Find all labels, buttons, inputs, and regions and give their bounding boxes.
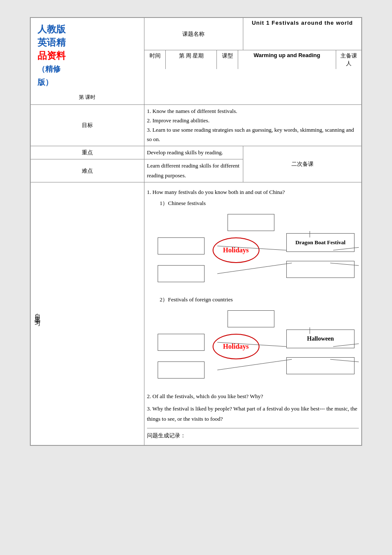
wenti-record: 问题生成记录：	[147, 428, 359, 443]
dragon-boat-box: Dragon Boat Festival	[286, 233, 355, 252]
zhong-dian-label: 重点	[31, 146, 144, 159]
box-left-2	[158, 334, 205, 351]
logo-line1: 人教版	[37, 24, 66, 35]
box-bottom-left-1	[158, 265, 205, 282]
q1-sub: 1）Chinese festivals	[160, 199, 359, 208]
q1-text: 1. How many festivals do you know both i…	[147, 188, 359, 197]
lesson-title: Unit 1 Festivals around the world	[243, 18, 362, 50]
holidays-oval-2: Holidays	[213, 334, 259, 359]
page-container: 人教版 英语精 品资料 （精修 版） 第 课时 课题名称 Unit 1 Fest…	[30, 17, 362, 446]
halloween-box: Halloween	[286, 330, 355, 348]
svg-line-8	[217, 359, 292, 370]
box-bottom-right-1	[286, 261, 355, 278]
nan-dian-label: 难点	[31, 159, 144, 182]
holidays-oval-1: Holidays	[213, 237, 259, 263]
ke-xing-value: Warming up and Reading	[238, 50, 336, 69]
foreign-festivals-diagram: Holidays Halloween	[147, 306, 359, 387]
logo-block: 人教版 英语精 品资料 （精修 版）	[33, 20, 141, 92]
box-top-center-2	[228, 310, 274, 327]
ke-shi-label: 第 课时	[33, 92, 141, 103]
logo-line2: 英语精	[37, 37, 66, 48]
logo-line3: 品资料	[37, 50, 66, 61]
nan-dian-content: Learn different reading skills for diffe…	[144, 159, 243, 182]
chinese-festivals-diagram: Holidays Dragon Boat Festival	[147, 210, 359, 291]
box-top-center-1	[228, 214, 274, 231]
zhong-dian-content: Develop reading skills by reading.	[144, 146, 243, 159]
ke-ti-label: 课题名称	[144, 18, 243, 50]
svg-line-3	[217, 263, 292, 274]
question-3: 3. Why the festival is liked by people? …	[147, 404, 359, 424]
box-bottom-right-2	[286, 357, 355, 374]
time-label: 时间	[144, 50, 166, 69]
er-ci-bei-ke: 二次备课	[243, 146, 362, 182]
zi-zhu-content: 1. How many festivals do you know both i…	[144, 182, 361, 445]
mu-biao-label: 目标	[31, 104, 144, 146]
zi-zhu-label: 自主学习	[32, 306, 43, 321]
box-left-1	[158, 237, 205, 254]
mu-biao-content: 1. Know the names of different festivals…	[144, 104, 361, 146]
box-bottom-left-2	[158, 361, 205, 379]
zhou-label: 第 周 星期	[166, 50, 217, 69]
logo-line5: 版）	[37, 78, 53, 87]
logo-line4: （精修	[37, 65, 61, 73]
q2-sub: 2）Festivals of foreign countries	[160, 295, 359, 304]
question-2: 2. Of all the festivals, which do you li…	[147, 391, 359, 401]
zhu-bei-label: 主备课人	[336, 50, 361, 69]
ke-xing-label: 课型	[217, 50, 238, 69]
